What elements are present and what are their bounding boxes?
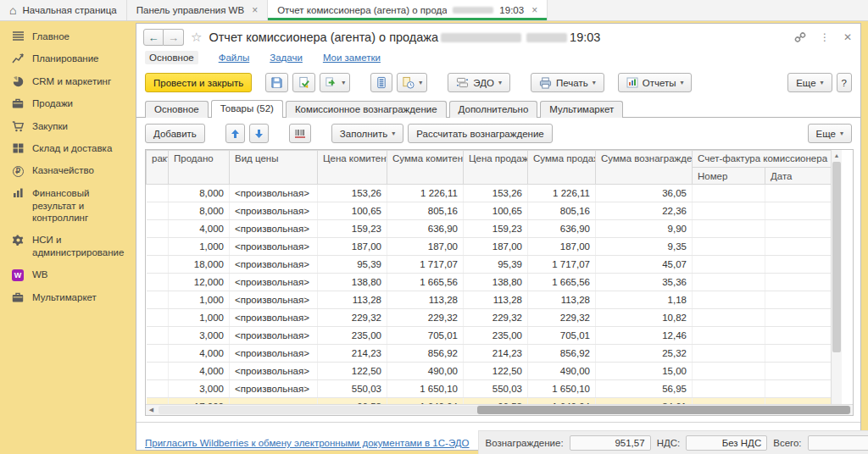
- table-cell[interactable]: <произвольная>: [230, 363, 318, 380]
- print-button[interactable]: Печать ▾: [531, 73, 604, 92]
- vat-field[interactable]: Без НДС: [686, 435, 767, 451]
- table-more-button[interactable]: Еще ▾: [808, 124, 852, 143]
- link-icon[interactable]: [794, 31, 806, 43]
- table-cell[interactable]: 187,00: [464, 238, 528, 256]
- table-cell[interactable]: 36,05: [596, 185, 693, 202]
- table-cell[interactable]: 9,35: [596, 238, 693, 256]
- table-cell[interactable]: 1 226,11: [387, 185, 464, 202]
- back-button[interactable]: ←: [143, 29, 164, 46]
- table-row[interactable]: 18,000<произвольная>95,391 717,0795,391 …: [147, 256, 843, 274]
- table-cell[interactable]: 113,28: [387, 291, 464, 309]
- page-tab[interactable]: Комиссионное вознаграждение: [286, 101, 447, 118]
- table-cell[interactable]: 8,000: [169, 185, 230, 202]
- table-cell[interactable]: 25,32: [596, 345, 693, 363]
- table-cell[interactable]: [147, 274, 169, 291]
- move-up-button[interactable]: [225, 124, 245, 143]
- table-cell[interactable]: [693, 185, 765, 202]
- table-cell[interactable]: 490,00: [387, 363, 464, 380]
- table-cell[interactable]: [765, 309, 832, 327]
- table-cell[interactable]: 1,18: [596, 291, 693, 309]
- app-tab[interactable]: Панель управления WB×: [127, 0, 268, 20]
- move-down-button[interactable]: [249, 124, 269, 143]
- table-row[interactable]: 1,000<произвольная>113,28113,28113,28113…: [147, 291, 843, 309]
- table-row[interactable]: 3,000<произвольная>235,00705,01235,00705…: [147, 327, 843, 345]
- sidebar-item[interactable]: CRM и маркетинг: [0, 70, 129, 92]
- table-cell[interactable]: 113,28: [464, 291, 528, 309]
- vertical-scroll-thumb[interactable]: [832, 162, 841, 352]
- table-cell[interactable]: 9,90: [596, 220, 693, 238]
- table-cell[interactable]: 1 717,07: [528, 256, 596, 274]
- create-based-on-button[interactable]: ▾: [320, 73, 350, 92]
- table-cell[interactable]: 159,23: [464, 220, 528, 238]
- reward-field[interactable]: 951,57: [570, 435, 651, 451]
- table-cell[interactable]: 4,000: [169, 220, 230, 238]
- save-button[interactable]: [265, 73, 288, 92]
- table-cell[interactable]: [147, 185, 169, 202]
- add-row-button[interactable]: Добавить: [145, 124, 205, 143]
- table-cell[interactable]: 12,000: [169, 274, 230, 291]
- sidebar-item[interactable]: WWB: [0, 263, 129, 286]
- table-cell[interactable]: 18,000: [169, 256, 230, 274]
- page-tab[interactable]: Товары (52): [211, 100, 283, 118]
- table-row[interactable]: 1,000<произвольная>229,32229,32229,32229…: [147, 309, 843, 327]
- table-cell[interactable]: [147, 380, 169, 398]
- table-cell[interactable]: 100,65: [318, 202, 387, 220]
- table-cell[interactable]: [765, 220, 832, 238]
- table-cell[interactable]: 550,03: [464, 380, 528, 398]
- table-cell[interactable]: 159,23: [318, 220, 387, 238]
- table-cell[interactable]: 1 665,56: [528, 274, 596, 291]
- table-cell[interactable]: 214,23: [318, 345, 387, 363]
- close-icon[interactable]: ×: [252, 4, 258, 16]
- reports-button[interactable]: Отчеты ▾: [618, 73, 693, 92]
- fill-button[interactable]: Заполнить ▾: [331, 124, 403, 143]
- table-cell[interactable]: 187,00: [318, 238, 387, 256]
- table-cell[interactable]: 214,23: [464, 345, 528, 363]
- table-cell[interactable]: <произвольная>: [230, 238, 318, 256]
- vertical-scrollbar[interactable]: ▲ ▼: [831, 150, 842, 415]
- table-cell[interactable]: 229,32: [387, 309, 464, 327]
- sidebar-item[interactable]: ₽Казначейство: [0, 159, 129, 182]
- table-cell[interactable]: 113,28: [528, 291, 596, 309]
- table-cell[interactable]: <произвольная>: [230, 256, 318, 274]
- page-tab[interactable]: Основное: [145, 101, 209, 118]
- table-cell[interactable]: 122,50: [318, 363, 387, 380]
- table-cell[interactable]: [147, 291, 169, 309]
- close-icon[interactable]: ×: [531, 4, 537, 16]
- table-cell[interactable]: 100,65: [464, 202, 528, 220]
- table-cell[interactable]: 235,00: [318, 327, 387, 345]
- table-cell[interactable]: [693, 327, 765, 345]
- table-cell[interactable]: [765, 380, 832, 398]
- table-cell[interactable]: 113,28: [318, 291, 387, 309]
- sidebar-item[interactable]: Закупки: [0, 115, 129, 137]
- more-menu-icon[interactable]: ⋮: [820, 31, 830, 43]
- table-cell[interactable]: [765, 185, 832, 202]
- table-cell[interactable]: <произвольная>: [230, 291, 318, 309]
- table-cell[interactable]: 1 226,11: [528, 185, 596, 202]
- table-row[interactable]: 4,000<произвольная>122,50490,00122,50490…: [147, 363, 843, 380]
- table-cell[interactable]: <произвольная>: [230, 345, 318, 363]
- table-cell[interactable]: 1,000: [169, 309, 230, 327]
- table-cell[interactable]: 229,32: [464, 309, 528, 327]
- table-cell[interactable]: 95,39: [318, 256, 387, 274]
- table-cell[interactable]: [765, 345, 832, 363]
- table-cell[interactable]: [765, 327, 832, 345]
- table-cell[interactable]: <произвольная>: [230, 202, 318, 220]
- table-cell[interactable]: 856,92: [387, 345, 464, 363]
- forward-button[interactable]: →: [164, 29, 184, 46]
- table-cell[interactable]: [147, 327, 169, 345]
- table-cell[interactable]: [765, 238, 832, 256]
- table-cell[interactable]: [693, 202, 765, 220]
- table-cell[interactable]: [147, 220, 169, 238]
- table-cell[interactable]: [765, 363, 832, 380]
- table-row[interactable]: 12,000<произвольная>138,801 665,56138,80…: [147, 274, 843, 291]
- table-row[interactable]: 8,000<произвольная>153,261 226,11153,261…: [147, 185, 843, 202]
- table-cell[interactable]: [765, 256, 832, 274]
- table-cell[interactable]: 10,82: [596, 309, 693, 327]
- table-cell[interactable]: 15,00: [596, 363, 693, 380]
- horizontal-scrollbar[interactable]: ◀: [146, 404, 853, 415]
- register-records-button[interactable]: [370, 73, 392, 92]
- table-cell[interactable]: 187,00: [528, 238, 596, 256]
- table-row[interactable]: 4,000<произвольная>214,23856,92214,23856…: [147, 345, 843, 363]
- app-tab[interactable]: Отчет комиссионера (агента) о продажа19:…: [268, 0, 548, 20]
- table-cell[interactable]: 636,90: [528, 220, 596, 238]
